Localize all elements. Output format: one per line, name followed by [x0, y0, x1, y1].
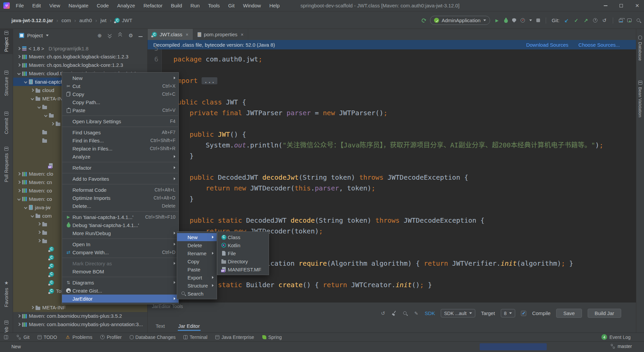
- menu-item-paste[interactable]: Paste: [177, 265, 217, 273]
- menu-item-class[interactable]: CClass: [217, 233, 269, 241]
- close-icon[interactable]: ×: [241, 32, 244, 37]
- menu-item-cut[interactable]: ✂CutCtrl+X: [62, 82, 178, 90]
- app-menu-navigate[interactable]: Navigate: [68, 3, 88, 8]
- menu-item-create-gist[interactable]: Create Gist...: [62, 287, 178, 295]
- git-branch-widget[interactable]: master: [610, 344, 632, 349]
- build-jar-button[interactable]: Build Jar: [588, 309, 621, 318]
- tree-row-maven-ch-qos-logback-logback-core-1-2-3[interactable]: Maven: ch.qos.logback:logback-core:1.2.3: [13, 61, 147, 69]
- chevron-right-icon[interactable]: [51, 122, 54, 125]
- app-menu-view[interactable]: View: [49, 3, 60, 8]
- tool-window-button-terminal[interactable]: Terminal: [183, 335, 207, 340]
- rollback-icon[interactable]: ↺: [602, 18, 607, 23]
- breadcrumb-item-auth0[interactable]: auth0: [79, 17, 92, 23]
- chevron-down-icon[interactable]: [44, 114, 48, 117]
- stripe-item-favorites[interactable]: ★Favorites: [0, 278, 13, 309]
- editor-tab-pom-properties[interactable]: pom.properties×: [193, 29, 248, 40]
- menu-item-export[interactable]: Export: [177, 273, 217, 281]
- stripe-item-commit[interactable]: Commit: [0, 109, 13, 136]
- coverage-button[interactable]: [512, 18, 516, 23]
- menu-item-find-usages[interactable]: Find UsagesAlt+F7: [62, 128, 178, 136]
- breadcrumb-item-com[interactable]: com: [61, 17, 71, 23]
- tool-windows-switcher-icon[interactable]: [4, 335, 8, 339]
- app-menu-refactor[interactable]: Refactor: [144, 3, 163, 8]
- tree-row-meta-inf[interactable]: META-INF: [13, 303, 147, 312]
- stripe-item-project[interactable]: Project: [0, 29, 13, 54]
- stripe-item-structure[interactable]: Structure: [0, 69, 13, 98]
- running-services-icon[interactable]: [627, 18, 632, 22]
- menu-item-reformat-code[interactable]: Reformat CodeCtrl+Alt+L: [62, 186, 178, 194]
- tool-window-button-database-changes[interactable]: Database Changes: [130, 335, 176, 340]
- menu-item-compare-with[interactable]: ⇄Compare With...Ctrl+D: [62, 248, 178, 256]
- menu-item-debug-tianai-captcha-1-4-1[interactable]: Debug 'tianai-captcha-1.4.1...': [62, 221, 178, 229]
- app-menu-file[interactable]: File: [16, 3, 24, 8]
- menu-item-open-in[interactable]: Open In: [62, 240, 178, 248]
- search-everywhere-icon[interactable]: [636, 18, 641, 23]
- menu-item-analyze[interactable]: Analyze: [62, 152, 178, 161]
- minimize-button[interactable]: [604, 5, 607, 6]
- jar-tab-text[interactable]: Text: [155, 322, 166, 331]
- tree-row-maven-com-baomidou-mybatis-plus-3-5-2[interactable]: Maven: com.baomidou:mybatis-plus:3.5.2: [13, 312, 147, 320]
- expand-all-icon[interactable]: [107, 33, 113, 38]
- app-menu-build[interactable]: Build: [171, 3, 182, 8]
- chevron-right-icon[interactable]: [17, 323, 21, 326]
- menu-item-structure[interactable]: Structure: [177, 281, 217, 290]
- menu-item-file[interactable]: File: [217, 249, 269, 257]
- breadcrumb-item-java-jwt-3-12-0-jar[interactable]: java-jwt-3.12.0.jar: [11, 17, 53, 23]
- menu-item-remove-bom[interactable]: Remove BOM: [62, 267, 178, 275]
- menu-item-jareditor[interactable]: JarEditor: [62, 295, 178, 303]
- search-icon[interactable]: [402, 311, 408, 316]
- chevron-down-icon[interactable]: [31, 214, 34, 217]
- target-select[interactable]: 8: [501, 309, 516, 317]
- git-commit-icon[interactable]: ✓: [574, 18, 579, 23]
- save-button[interactable]: Save: [556, 309, 582, 318]
- menu-item-copy-path[interactable]: Copy Path...: [62, 98, 178, 106]
- app-menu-analyze[interactable]: Analyze: [117, 3, 135, 8]
- hide-panel-icon[interactable]: [139, 36, 143, 37]
- menu-item-paste[interactable]: PasteCtrl+V: [62, 106, 178, 114]
- chevron-down-icon[interactable]: [31, 97, 34, 100]
- tool-window-button-git[interactable]: Git: [16, 335, 30, 340]
- menu-item-kotlin[interactable]: KKotlin: [217, 241, 269, 249]
- profiler-button[interactable]: [521, 18, 525, 23]
- chevron-down-icon[interactable]: [38, 105, 41, 108]
- tree-row-maven-com-baomidou-mybatis-plus-annotation-3[interactable]: Maven: com.baomidou:mybatis-plus-annotat…: [13, 320, 147, 328]
- stripe-item-database[interactable]: Database: [636, 34, 644, 63]
- chevron-right-icon[interactable]: [38, 231, 41, 234]
- menu-item-more-run-debug[interactable]: More Run/Debug: [62, 229, 178, 237]
- editor-tab-jwt-class[interactable]: CJWT.class×: [148, 29, 193, 40]
- collapse-all-icon[interactable]: [118, 33, 123, 38]
- menu-item-delete[interactable]: Delete: [177, 241, 217, 249]
- app-menu-code[interactable]: Code: [97, 3, 109, 8]
- event-log-button[interactable]: 4 Event Log: [601, 334, 631, 340]
- menu-item-manifest-mf[interactable]: MANIFEST.MF: [217, 265, 269, 273]
- chevron-right-icon[interactable]: [17, 55, 21, 58]
- menu-item-directory[interactable]: Directory: [217, 257, 269, 265]
- menu-item-new[interactable]: New: [62, 74, 178, 82]
- chevron-right-icon[interactable]: [31, 306, 34, 309]
- menu-item-delete[interactable]: Delete...Delete: [62, 202, 178, 210]
- compile-checkbox[interactable]: ✓: [521, 311, 526, 316]
- chevron-right-icon[interactable]: [17, 180, 21, 184]
- choose-sources-link[interactable]: Choose Sources...: [579, 42, 620, 48]
- tool-window-button-problems[interactable]: ⚠Problems: [65, 335, 92, 340]
- tool-window-button-spring[interactable]: Spring: [262, 335, 282, 340]
- menu-item-add-to-favorites[interactable]: Add to Favorites: [62, 175, 178, 183]
- menu-item-diagrams[interactable]: ⇅Diagrams: [62, 278, 178, 287]
- menu-item-replace-in-files[interactable]: Replace in Files...Ctrl+Shift+R: [62, 144, 178, 152]
- chevron-right-icon[interactable]: [17, 189, 21, 192]
- chevron-down-icon[interactable]: [46, 35, 49, 36]
- chevron-right-icon[interactable]: [17, 63, 21, 67]
- app-menu-help[interactable]: Help: [269, 3, 280, 8]
- app-menu-window[interactable]: Window: [243, 3, 261, 8]
- menu-item-find-in-files[interactable]: Find in Files...Ctrl+Shift+F: [62, 136, 178, 144]
- breadcrumb-item-jwt[interactable]: CJWT: [115, 17, 132, 23]
- run-config-selector[interactable]: AdminApplication: [430, 16, 490, 25]
- download-sources-link[interactable]: Download Sources: [526, 42, 569, 48]
- app-menu-edit[interactable]: Edit: [32, 3, 41, 8]
- more-run-options-icon[interactable]: [529, 19, 532, 21]
- undo-icon[interactable]: ↺: [380, 311, 386, 316]
- menu-item-run-tianai-captcha-1-4-1[interactable]: ▶Run 'tianai-captcha-1.4.1...'Ctrl+Shift…: [62, 213, 178, 221]
- sdk-select[interactable]: SDK ...ault: [441, 309, 475, 317]
- chevron-right-icon[interactable]: [38, 239, 41, 243]
- menu-item-rename[interactable]: Rename: [177, 249, 217, 257]
